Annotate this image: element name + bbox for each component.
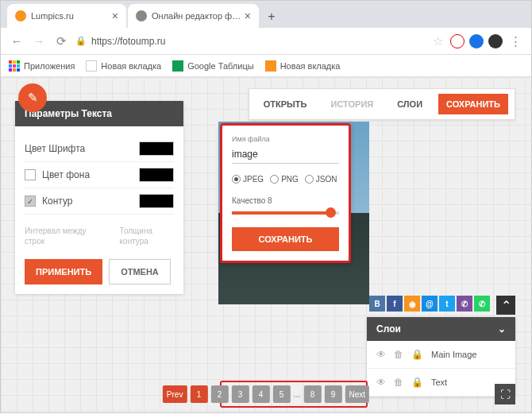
radio-icon — [270, 175, 279, 184]
color-swatch[interactable] — [139, 194, 174, 208]
eye-icon[interactable]: 👁 — [376, 377, 386, 388]
lock-icon: 🔒 — [75, 36, 87, 46]
fullscreen-button[interactable]: ⛶ — [495, 384, 515, 404]
dialog-save-button[interactable]: СОХРАНИТЬ — [232, 227, 339, 251]
top-action-bar: ОТКРЫТЬ ИСТОРИЯ СЛОИ СОХРАНИТЬ — [249, 88, 515, 120]
tab-editor[interactable]: Онлайн редактор фото изобра × — [128, 4, 259, 28]
close-icon[interactable]: × — [110, 10, 120, 22]
quality-slider[interactable] — [232, 211, 339, 215]
outline-label: Контур — [42, 195, 72, 207]
layers-panel: Слои ⌄ 👁 🗑 🔒 Main Image 👁 🗑 🔒 Text — [367, 317, 515, 397]
color-swatch[interactable] — [139, 141, 174, 156]
forward-icon[interactable]: → — [31, 34, 47, 48]
save-button[interactable]: СОХРАНИТЬ — [438, 94, 508, 114]
panel-body: Цвет Шрифта Цвет фона ✓ Контур — [15, 126, 183, 294]
share-fb[interactable]: f — [387, 296, 403, 312]
chevron-down-icon[interactable]: ⌄ — [498, 323, 506, 335]
page-button[interactable]: 9 — [325, 385, 342, 403]
browser-window: Lumpics.ru × Онлайн редактор фото изобра… — [0, 0, 532, 413]
page-button[interactable]: 4 — [252, 385, 269, 403]
sheets-icon — [172, 60, 183, 72]
page-button[interactable]: 8 — [304, 385, 322, 403]
share-wa[interactable]: ✆ — [474, 296, 490, 312]
color-swatch[interactable] — [139, 168, 174, 182]
radio-jpeg[interactable]: JPEG — [232, 175, 264, 184]
extension-icons: ☆ ⋮ — [430, 34, 523, 48]
trash-icon[interactable]: 🗑 — [394, 377, 403, 388]
apps-label: Приложения — [24, 61, 75, 71]
slider-thumb[interactable] — [326, 207, 336, 218]
back-icon[interactable]: ← — [9, 34, 25, 48]
favicon-icon — [136, 10, 147, 21]
bookmark-item[interactable]: Новая вкладка — [86, 60, 161, 72]
page-content: ✎ ОТКРЫТЬ ИСТОРИЯ СЛОИ СОХРАНИТЬ Парамет… — [1, 77, 531, 412]
font-color-row: Цвет Шрифта — [25, 136, 174, 162]
radio-json[interactable]: JSON — [305, 175, 337, 184]
outline-checkbox[interactable]: ✓ — [25, 195, 36, 207]
open-button[interactable]: ОТКРЫТЬ — [256, 94, 315, 114]
radio-icon — [305, 175, 314, 184]
text-params-panel: Параметры Текста Цвет Шрифта Цвет фона ✓ — [15, 101, 183, 294]
share-tw[interactable]: t — [439, 296, 455, 312]
filename-input[interactable] — [232, 146, 339, 164]
address-bar: ← → ⟳ 🔒 https://fotoump.ru ☆ ⋮ — [1, 28, 531, 55]
layer-row[interactable]: 👁 🗑 🔒 Text — [367, 369, 515, 397]
font-color-label: Цвет Шрифта — [25, 143, 85, 154]
share-viber[interactable]: ✆ — [457, 296, 472, 312]
layer-name: Main Image — [431, 350, 476, 359]
layers-title: Слои — [376, 323, 401, 335]
lock-icon[interactable]: 🔒 — [411, 349, 423, 360]
panel-buttons: ПРИМЕНИТЬ ОТМЕНА — [25, 259, 174, 284]
bg-color-checkbox[interactable] — [25, 169, 36, 180]
lock-icon[interactable]: 🔒 — [411, 377, 423, 388]
collapse-icon[interactable]: ⌃ — [496, 296, 515, 315]
save-dialog: Имя файла JPEG PNG JSON Качество 8 СОХРА… — [220, 123, 351, 263]
tab-bar: Lumpics.ru × Онлайн редактор фото изобра… — [1, 1, 531, 28]
cancel-button[interactable]: ОТМЕНА — [109, 259, 171, 284]
bookmark-label: Новая вкладка — [101, 61, 161, 71]
slider-fill — [232, 211, 330, 215]
edit-fab[interactable]: ✎ — [18, 83, 47, 112]
reload-icon[interactable]: ⟳ — [53, 34, 69, 48]
history-button[interactable]: ИСТОРИЯ — [322, 94, 381, 114]
menu-icon[interactable]: ⋮ — [507, 34, 523, 48]
radio-png[interactable]: PNG — [270, 175, 299, 184]
prev-button[interactable]: Prev — [163, 385, 187, 403]
share-mail[interactable]: @ — [422, 296, 438, 312]
apply-button[interactable]: ПРИМЕНИТЬ — [25, 259, 102, 284]
close-icon[interactable]: × — [243, 10, 253, 22]
layers-button[interactable]: СЛОИ — [389, 94, 430, 114]
eye-icon[interactable]: 👁 — [376, 349, 386, 360]
url-text: https://fotoump.ru — [91, 36, 165, 47]
bg-color-label: Цвет фона — [42, 169, 90, 180]
star-icon[interactable]: ☆ — [430, 34, 445, 48]
new-tab-button[interactable]: + — [260, 6, 283, 28]
profile-icon[interactable] — [488, 34, 503, 48]
page-icon — [265, 60, 276, 72]
radio-icon — [232, 175, 241, 184]
share-ok[interactable]: ◉ — [404, 296, 420, 312]
layer-row[interactable]: 👁 🗑 🔒 Main Image — [367, 341, 515, 369]
trash-icon[interactable]: 🗑 — [394, 349, 403, 360]
page-button[interactable]: 5 — [272, 385, 290, 403]
page-button[interactable]: 2 — [210, 385, 228, 403]
tab-lumpics[interactable]: Lumpics.ru × — [7, 4, 126, 28]
share-bar: В f ◉ @ t ✆ ✆ ⌃ — [369, 296, 515, 315]
fullscreen-icon: ⛶ — [500, 389, 511, 401]
ext-icon[interactable] — [450, 34, 465, 48]
bookmark-item[interactable]: Новая вкладка — [265, 60, 341, 72]
bookmark-label: Google Таблицы — [187, 61, 253, 71]
page-button[interactable]: 3 — [231, 385, 249, 403]
favicon-icon — [15, 10, 26, 21]
bookmark-item[interactable]: Google Таблицы — [172, 60, 253, 72]
pencil-icon: ✎ — [28, 91, 38, 105]
next-button[interactable]: Next — [345, 385, 370, 403]
page-button[interactable]: 1 — [190, 385, 207, 403]
bg-color-row: Цвет фона — [25, 162, 174, 188]
tab-title: Lumpics.ru — [31, 11, 110, 21]
share-vk[interactable]: В — [369, 296, 385, 312]
ext-icon[interactable] — [469, 34, 484, 48]
pagination: Prev 1 2 3 4 5 ... 8 9 Next — [163, 385, 369, 403]
url-field[interactable]: 🔒 https://fotoump.ru — [75, 36, 423, 47]
apps-button[interactable]: Приложения — [9, 60, 75, 72]
